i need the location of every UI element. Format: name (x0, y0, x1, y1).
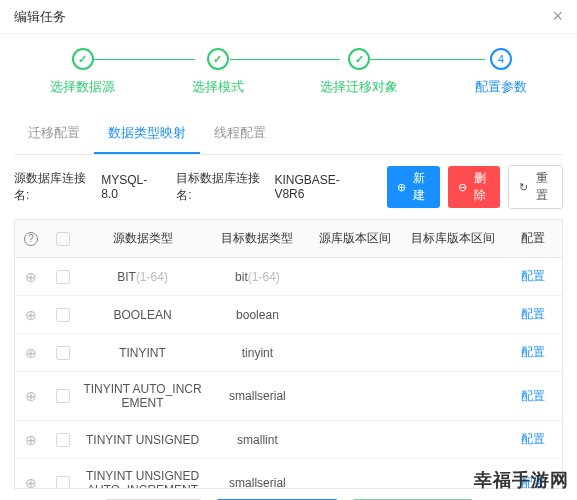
col-tgt-type: 目标数据类型 (206, 220, 309, 258)
tab-migrate-config[interactable]: 迁移配置 (14, 114, 94, 154)
step-label: 选择迁移对象 (320, 78, 398, 96)
step-2[interactable]: 选择模式 (192, 48, 244, 96)
step-label: 选择数据源 (50, 78, 115, 96)
cell-src-ver (309, 459, 401, 490)
config-link[interactable]: 配置 (521, 389, 545, 403)
row-checkbox[interactable] (56, 346, 70, 360)
config-link[interactable]: 配置 (521, 432, 545, 446)
cell-tgt-ver (401, 421, 504, 459)
tab-thread-config[interactable]: 线程配置 (200, 114, 280, 154)
cell-src-type: TINYINT UNSIGNED AUTO_INCREMENT (79, 459, 205, 490)
step-label: 配置参数 (475, 78, 527, 96)
row-checkbox[interactable] (56, 389, 70, 403)
reset-icon: ↻ (519, 181, 528, 194)
close-icon[interactable]: × (552, 6, 563, 27)
row-checkbox[interactable] (56, 308, 70, 322)
row-checkbox[interactable] (56, 476, 70, 489)
cell-tgt-type: smallserial (206, 372, 309, 421)
mapping-table: ? 源数据类型 目标数据类型 源库版本区间 目标库版本区间 配置 ⊕BIT(1-… (14, 219, 563, 489)
drag-handle-icon[interactable]: ⊕ (25, 388, 37, 404)
drag-handle-icon[interactable]: ⊕ (25, 475, 37, 489)
plus-icon: ⊕ (397, 181, 406, 194)
col-tgt-ver: 目标库版本区间 (401, 220, 504, 258)
table-row: ⊕BIT(1-64)bit(1-64)配置 (15, 258, 562, 296)
col-src-type: 源数据类型 (79, 220, 205, 258)
cell-tgt-type: tinyint (206, 334, 309, 372)
tgt-conn-label: 目标数据库连接名: (176, 170, 266, 204)
table-row: ⊕BOOLEANboolean配置 (15, 296, 562, 334)
cell-tgt-ver (401, 372, 504, 421)
step-1[interactable]: 选择数据源 (50, 48, 115, 96)
drag-handle-icon[interactable]: ⊕ (25, 432, 37, 448)
col-src-ver: 源库版本区间 (309, 220, 401, 258)
reset-button[interactable]: ↻重置 (508, 165, 563, 209)
drag-handle-icon[interactable]: ⊕ (25, 345, 37, 361)
tab-type-mapping[interactable]: 数据类型映射 (94, 114, 200, 154)
cell-src-ver (309, 421, 401, 459)
row-checkbox[interactable] (56, 270, 70, 284)
drag-handle-icon[interactable]: ⊕ (25, 307, 37, 323)
cell-src-type: TINYINT AUTO_INCREMENT (79, 372, 205, 421)
select-all-checkbox[interactable] (56, 232, 70, 246)
cell-src-ver (309, 334, 401, 372)
src-conn-name: MYSQL-8.0 (101, 173, 158, 201)
cell-tgt-type: bit(1-64) (206, 258, 309, 296)
cell-tgt-type: smallint (206, 421, 309, 459)
table-row: ⊕TINYINTtinyint配置 (15, 334, 562, 372)
button-label: 重置 (531, 170, 552, 204)
cell-tgt-ver (401, 258, 504, 296)
cell-src-type: BOOLEAN (79, 296, 205, 334)
cell-tgt-type: boolean (206, 296, 309, 334)
table-row: ⊕TINYINT UNSIGNEDsmallint配置 (15, 421, 562, 459)
modal-title: 编辑任务 (14, 8, 66, 26)
table-row: ⊕TINYINT AUTO_INCREMENTsmallserial配置 (15, 372, 562, 421)
config-link[interactable]: 配置 (521, 269, 545, 283)
step-label: 选择模式 (192, 78, 244, 96)
toolbar: 源数据库连接名: MYSQL-8.0 目标数据库连接名: KINGBASE-V8… (0, 155, 577, 219)
stepper: 选择数据源 选择模式 选择迁移对象 4 配置参数 (0, 34, 577, 104)
row-checkbox[interactable] (56, 433, 70, 447)
col-op: 配置 (505, 220, 562, 258)
cell-src-type: TINYINT UNSIGNED (79, 421, 205, 459)
button-label: 删除 (470, 170, 491, 204)
tabs: 迁移配置 数据类型映射 线程配置 (14, 114, 563, 155)
check-icon (207, 48, 229, 70)
cell-src-ver (309, 258, 401, 296)
src-conn-label: 源数据库连接名: (14, 170, 93, 204)
new-button[interactable]: ⊕新建 (387, 166, 440, 208)
watermark: 幸福手游网 (474, 468, 569, 492)
cell-tgt-ver (401, 296, 504, 334)
step-number-icon: 4 (490, 48, 512, 70)
cell-src-type: BIT(1-64) (79, 258, 205, 296)
step-4[interactable]: 4 配置参数 (475, 48, 527, 96)
minus-icon: ⊖ (458, 181, 467, 194)
config-link[interactable]: 配置 (521, 307, 545, 321)
button-label: 新建 (409, 170, 430, 204)
drag-handle-icon[interactable]: ⊕ (25, 269, 37, 285)
delete-button[interactable]: ⊖删除 (448, 166, 501, 208)
check-icon (72, 48, 94, 70)
check-icon (348, 48, 370, 70)
cell-tgt-type: smallserial (206, 459, 309, 490)
cell-src-ver (309, 296, 401, 334)
cell-src-type: TINYINT (79, 334, 205, 372)
cell-tgt-ver (401, 334, 504, 372)
help-icon[interactable]: ? (24, 232, 38, 246)
tgt-conn-name: KINGBASE-V8R6 (274, 173, 361, 201)
step-3[interactable]: 选择迁移对象 (320, 48, 398, 96)
cell-src-ver (309, 372, 401, 421)
config-link[interactable]: 配置 (521, 345, 545, 359)
